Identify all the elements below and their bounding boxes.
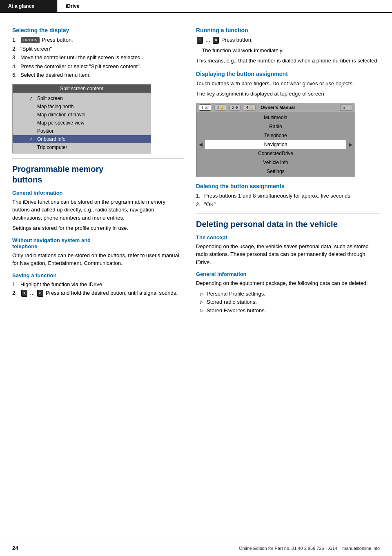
displaying-assignment-text1: Touch buttons with bare fingers. Do not … (196, 80, 380, 88)
screen-menu-item: Trip computer (13, 143, 151, 151)
deleting-assignments-steps: 1. Press buttons 1 and 8 simultaneously … (196, 192, 380, 209)
without-nav-title: Without navigation system andtelephone (12, 237, 184, 249)
split-screen-image: Split screen content ✓ Split screen Map … (12, 84, 151, 153)
running-function-text3: This means, e.g., that the number is dia… (196, 57, 380, 65)
idrive-menu-item-vehicleinfo: Vehicle info (205, 158, 346, 167)
concept-text: Depending on the usage, the vehicle save… (196, 242, 380, 267)
running-function-text: 1 … 8 Press button. (196, 36, 380, 44)
displaying-assignment-text2: The key assignment is displayed at top e… (196, 90, 380, 98)
idrive-menu-item-radio: Radio (205, 122, 346, 131)
idrive-topbar: 1 🔊 2 🔔 3 ⚙ 4 🏠 Owner's Manual 5 — (196, 103, 355, 112)
displaying-assignment-title: Displaying the button assignment (196, 71, 380, 77)
running-function-section: Running a function 1 … 8 Press button. T… (196, 27, 380, 65)
general-info-text2: Settings are stored for the profile curr… (12, 224, 184, 232)
list-item: 2. "Split screen" (12, 45, 184, 53)
personal-general-info-text: Depending on the equipment package, the … (196, 279, 380, 287)
button-1-icon: 1 (197, 37, 203, 44)
idrive-btn-1: 1 🔊 (199, 105, 211, 111)
page-number: 24 (12, 545, 18, 551)
divider (196, 214, 380, 214)
list-item: 4. Press the controller or select "Split… (12, 62, 184, 71)
page-header: At a glance iDrive (0, 0, 392, 13)
displaying-assignment-section: Displaying the button assignment Touch b… (196, 71, 380, 177)
personal-data-bullet-list: Personal Profile settings. Stored radio … (200, 290, 380, 315)
idrive-topbar-label: Owner's Manual (261, 105, 295, 110)
idrive-topbar-right: 5 — (340, 105, 352, 111)
idrive-row: ◀ Multimedia Radio Telephone Navigation … (196, 113, 355, 176)
list-item: 5. Select the desired menu item. (12, 71, 184, 79)
list-item: 3. Move the controller until the split s… (12, 53, 184, 62)
list-item: 1. Highlight the function via the iDrive… (12, 280, 184, 289)
screen-menu-item: Map facing north (13, 102, 151, 111)
idrive-btn-2: 2 🔔 (214, 105, 227, 111)
screen-menu: ✓ Split screen Map facing north Map dire… (13, 93, 151, 153)
footer-copyright: Online Edition for Part no. 01 40 2 956 … (239, 546, 380, 551)
idrive-btn-3: 3 ⚙ (229, 105, 241, 111)
screen-menu-item: Map perspective view (13, 119, 151, 127)
arrow-left-icon[interactable]: ◀ (196, 142, 205, 147)
saving-function-title: Saving a function (12, 272, 184, 278)
arrow-right-icon[interactable]: ▶ (346, 142, 355, 147)
list-item: Personal Profile settings. (200, 290, 380, 298)
deleting-personal-data-title: Deleting personal data in the vehicle (196, 219, 380, 229)
saving-steps: 1. Highlight the function via the iDrive… (12, 280, 184, 297)
list-item: 2. "OK" (196, 200, 380, 209)
list-item: 1. OPTION Press button. (12, 36, 184, 44)
screen-menu-item: Map direction of travel (13, 111, 151, 119)
selecting-display-title: Selecting the display (12, 27, 184, 33)
idrive-menu-item-multimedia: Multimedia (205, 113, 346, 122)
button-8-icon: 8 (37, 290, 43, 297)
idrive-screen: 1 🔊 2 🔔 3 ⚙ 4 🏠 Owner's Manual 5 — ◀ Mul… (196, 103, 355, 177)
deleting-personal-data-section: Deleting personal data in the vehicle Th… (196, 219, 380, 315)
idrive-menu-item-connecteddrive: ConnectedDrive (205, 149, 346, 158)
list-item: 2. 1 … 8 Press and hold the desired butt… (12, 289, 184, 297)
general-info-title: General information (12, 190, 184, 196)
selecting-display-section: Selecting the display 1. OPTION Press bu… (12, 27, 184, 153)
idrive-menu-item-settings: Settings (205, 167, 346, 176)
running-function-text2: The function will work immediately. (196, 47, 380, 55)
main-content: Selecting the display 1. OPTION Press bu… (0, 13, 392, 331)
deleting-assignments-title: Deleting the button assignments (196, 183, 380, 189)
screen-menu-item: Position (13, 127, 151, 135)
idrive-menu-item-navigation: Navigation (205, 140, 346, 149)
idrive-menu-item-telephone: Telephone (205, 131, 346, 140)
programmable-memory-section: Programmable memory buttons General info… (12, 164, 184, 297)
right-column: Running a function 1 … 8 Press button. T… (196, 21, 380, 315)
button-8-icon: 8 (213, 37, 219, 44)
general-info-text: The iDrive functions can be stored on th… (12, 198, 184, 222)
personal-general-info-title: General information (196, 271, 380, 277)
list-item: Stored radio stations. (200, 298, 380, 307)
screen-menu-item-active: ✓ Onboard info (13, 135, 151, 143)
option-button-icon: OPTION (21, 37, 40, 44)
screen-title-bar: Split screen content (13, 85, 151, 93)
screen-menu-item: ✓ Split screen (13, 94, 151, 102)
without-nav-text: Only radio stations can be stored on the… (12, 251, 184, 267)
programmable-memory-title: Programmable memory buttons (12, 164, 184, 185)
selecting-display-steps: 1. OPTION Press button. 2. "Split screen… (12, 36, 184, 79)
idrive-menu-list: ◀ Multimedia Radio Telephone Navigation … (196, 112, 355, 177)
concept-title: The concept (196, 234, 380, 240)
running-function-title: Running a function (196, 27, 380, 33)
header-tab-at-a-glance[interactable]: At a glance (0, 0, 57, 12)
button-1-icon: 1 (21, 290, 27, 297)
list-item: Stored Favorites buttons. (200, 307, 380, 315)
idrive-btn-4: 4 🏠 (244, 105, 256, 111)
deleting-assignments-section: Deleting the button assignments 1. Press… (196, 183, 380, 209)
list-item: 1. Press buttons 1 and 8 simultaneously … (196, 192, 380, 200)
page-footer: 24 Online Edition for Part no. 01 40 2 9… (0, 540, 392, 556)
left-column: Selecting the display 1. OPTION Press bu… (12, 21, 184, 315)
divider (12, 158, 184, 159)
header-tab-idrive[interactable]: iDrive (57, 0, 87, 12)
